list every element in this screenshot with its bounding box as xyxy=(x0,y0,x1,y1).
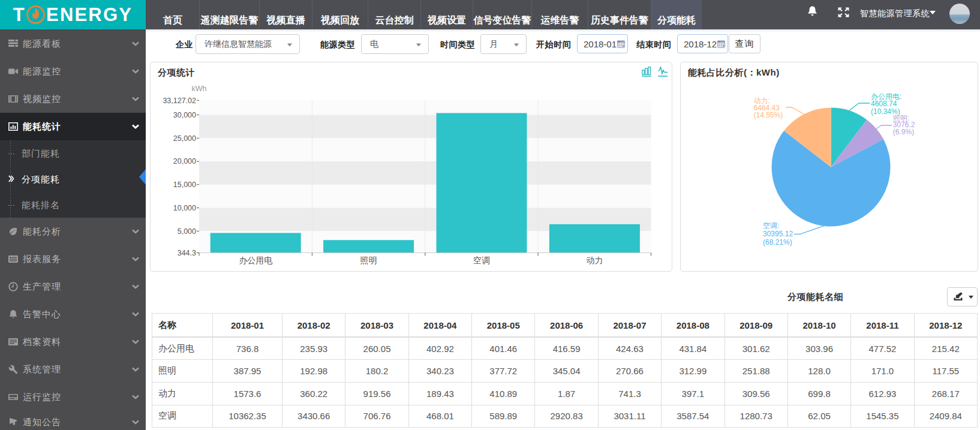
svg-text:5,000: 5,000 xyxy=(178,227,196,236)
svg-text:kWh: kWh xyxy=(192,85,207,93)
svg-text:30395.12: 30395.12 xyxy=(763,230,793,238)
svg-text:33,127.02: 33,127.02 xyxy=(163,97,196,105)
svg-text:(14.55%): (14.55%) xyxy=(754,111,783,119)
svg-text:20,000: 20,000 xyxy=(173,157,196,166)
svg-text:30,000: 30,000 xyxy=(173,111,196,119)
svg-text:15,000: 15,000 xyxy=(173,181,196,189)
svg-text:(68.21%): (68.21%) xyxy=(763,238,792,246)
svg-text:10,000: 10,000 xyxy=(173,204,196,212)
svg-text:344.3: 344.3 xyxy=(178,249,196,257)
svg-text:空调:: 空调: xyxy=(763,221,779,230)
svg-text:(6.9%): (6.9%) xyxy=(893,128,914,136)
svg-text:动力: 动力 xyxy=(586,255,603,265)
svg-text:空调: 空调 xyxy=(473,255,490,265)
svg-text:25,000: 25,000 xyxy=(173,134,196,143)
svg-text:办公用电: 办公用电 xyxy=(239,255,272,265)
svg-text:照明: 照明 xyxy=(360,255,377,265)
